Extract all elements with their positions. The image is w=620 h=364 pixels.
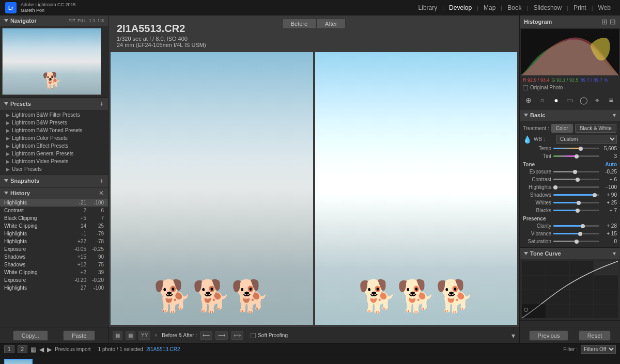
blacks-track[interactable] xyxy=(553,210,599,211)
history-item-8[interactable]: Shadows+1275 xyxy=(0,261,108,268)
history-clear-button[interactable]: ✕ xyxy=(99,189,104,197)
history-item-9[interactable]: White Clipping+239 xyxy=(0,268,108,276)
snapshots-header[interactable]: Snapshots + xyxy=(0,175,108,187)
history-item-7[interactable]: Shadows+1590 xyxy=(0,253,108,261)
sync-btn-2[interactable]: ⟶ xyxy=(215,331,228,340)
temp-track[interactable] xyxy=(553,148,599,149)
sync-btn-1[interactable]: ⟵ xyxy=(200,331,212,340)
filmstrip-next-icon[interactable]: ▶ xyxy=(47,346,52,353)
color-button[interactable]: Color xyxy=(551,124,573,133)
filmstrip-grid-icon[interactable]: ▦ xyxy=(30,346,36,353)
highlights-thumb[interactable] xyxy=(553,185,557,189)
after-button[interactable]: After xyxy=(316,19,346,29)
filmstrip-thumb-1[interactable]: 🐕 xyxy=(4,359,33,364)
clarity-track[interactable] xyxy=(553,225,599,227)
wb-select[interactable]: Custom xyxy=(556,135,617,144)
nav-1-1[interactable]: 1:1 xyxy=(89,18,96,23)
toolbar-expand-icon[interactable]: ▾ xyxy=(512,331,515,340)
preset-item-general[interactable]: ▶Lightroom General Presets xyxy=(0,150,108,157)
history-item-5[interactable]: Highlights+22-78 xyxy=(0,238,108,245)
preset-item-user[interactable]: ▶User Presets xyxy=(0,165,108,173)
tint-track[interactable] xyxy=(553,155,599,157)
basic-header[interactable]: Basic ▾ xyxy=(520,109,620,121)
layout-btn-yy[interactable]: YY xyxy=(138,331,150,340)
history-header[interactable]: History ✕ xyxy=(0,187,108,199)
history-item-2[interactable]: Black Clipping+57 xyxy=(0,214,108,222)
nav-fit[interactable]: FIT xyxy=(68,18,75,23)
tone-curve-expand-icon[interactable]: ▾ xyxy=(613,250,616,257)
preset-item-bwtoned[interactable]: ▶Lightroom B&W Toned Presets xyxy=(0,126,108,134)
shadows-track[interactable] xyxy=(553,194,599,196)
vibrance-track[interactable] xyxy=(553,233,599,234)
filmstrip-prev-import[interactable]: Previous import xyxy=(55,346,90,352)
crop-tool[interactable]: ⊕ xyxy=(523,94,534,106)
histogram-expand-icon[interactable]: ⊞ xyxy=(601,18,608,26)
history-item-4[interactable]: Highlights-1-79 xyxy=(0,230,108,238)
navigator-header[interactable]: Navigator FIT FILL 1:1 1:3 xyxy=(0,15,108,26)
exposure-track[interactable] xyxy=(553,171,599,172)
clarity-thumb[interactable] xyxy=(581,224,585,228)
preset-item-effect[interactable]: ▶Lightroom Effect Presets xyxy=(0,142,108,150)
spot-removal-tool[interactable]: ○ xyxy=(537,94,548,106)
radial-filter-tool[interactable]: ◯ xyxy=(578,94,590,106)
nav-develop[interactable]: Develop xyxy=(445,4,476,11)
nav-web[interactable]: Web xyxy=(594,4,615,11)
nav-library[interactable]: Library xyxy=(414,4,442,11)
preset-item-bwfilter[interactable]: ▶Lightroom B&W Filter Presets xyxy=(0,111,108,119)
sync-btn-3[interactable]: ⟺ xyxy=(231,331,243,340)
saturation-thumb[interactable] xyxy=(575,240,579,244)
tint-thumb[interactable] xyxy=(575,154,579,159)
highlights-track[interactable] xyxy=(553,186,599,188)
history-item-3[interactable]: White Clipping1425 xyxy=(0,222,108,230)
bw-button[interactable]: Black & White xyxy=(575,124,616,133)
paste-button[interactable]: Paste xyxy=(63,330,95,341)
shadows-thumb[interactable] xyxy=(593,193,597,197)
nav-book[interactable]: Book xyxy=(503,4,525,11)
tone-curve-header[interactable]: Tone Curve ▾ xyxy=(520,248,620,259)
filmstrip-filename[interactable]: 2I1A5513.CR2 xyxy=(146,346,180,352)
exposure-thumb[interactable] xyxy=(573,170,577,174)
blacks-thumb[interactable] xyxy=(576,209,580,213)
whites-track[interactable] xyxy=(553,202,599,203)
magnifier-icon[interactable] xyxy=(450,183,460,193)
contrast-track[interactable] xyxy=(553,179,599,180)
layout-btn-1[interactable]: ▦ xyxy=(113,331,122,340)
vibrance-thumb[interactable] xyxy=(578,232,582,236)
histogram-header[interactable]: Histogram ⊞ ⊟ xyxy=(520,15,620,28)
nav-map[interactable]: Map xyxy=(479,4,500,11)
preset-item-bw[interactable]: ▶Lightroom B&W Presets xyxy=(0,119,108,126)
tone-curve-dot-icon[interactable] xyxy=(524,308,528,312)
filmstrip-num-2[interactable]: 2 xyxy=(18,345,28,353)
slider-tool[interactable]: ≡ xyxy=(606,94,617,106)
presets-header[interactable]: Presets + xyxy=(0,98,108,110)
contrast-thumb[interactable] xyxy=(576,178,580,182)
preset-item-color[interactable]: ▶Lightroom Color Presets xyxy=(0,134,108,142)
eyedropper-icon[interactable]: 💧 xyxy=(523,135,532,144)
original-photo-checkbox[interactable] xyxy=(523,85,528,90)
whites-thumb[interactable] xyxy=(577,201,581,205)
histogram-collapse-icon[interactable]: ⊟ xyxy=(610,18,616,26)
before-button[interactable]: Before xyxy=(282,19,316,29)
red-eye-tool[interactable]: ● xyxy=(550,94,562,106)
history-item-1[interactable]: Contrast26 xyxy=(0,207,108,214)
adjustment-brush-tool[interactable]: ⌖ xyxy=(592,94,603,106)
filmstrip-num-1[interactable]: 1 xyxy=(4,345,14,353)
basic-expand-icon[interactable]: ▾ xyxy=(613,112,616,119)
history-item-0[interactable]: Highlights-21-100 xyxy=(0,199,108,207)
previous-button[interactable]: Previous xyxy=(529,330,569,341)
preset-item-video[interactable]: ▶Lightroom Video Presets xyxy=(0,157,108,165)
nav-print[interactable]: Print xyxy=(569,4,591,11)
filmstrip-prev-icon[interactable]: ◀ xyxy=(39,346,44,353)
layout-btn-2[interactable]: ▦ xyxy=(126,331,135,340)
tone-curve-graph[interactable] xyxy=(522,261,618,318)
filter-select[interactable]: Filters Off xyxy=(581,345,616,354)
temp-thumb[interactable] xyxy=(579,147,583,151)
history-item-6[interactable]: Exposure-0.05-0.25 xyxy=(0,245,108,253)
saturation-track[interactable] xyxy=(553,241,599,242)
presets-add-button[interactable]: + xyxy=(100,100,104,108)
soft-proofing-checkbox[interactable] xyxy=(251,333,256,338)
reset-button[interactable]: Reset xyxy=(579,330,611,341)
nav-1-3[interactable]: 1:3 xyxy=(97,18,104,23)
copy-button[interactable]: Copy... xyxy=(13,330,48,341)
snapshots-add-button[interactable]: + xyxy=(100,177,104,185)
